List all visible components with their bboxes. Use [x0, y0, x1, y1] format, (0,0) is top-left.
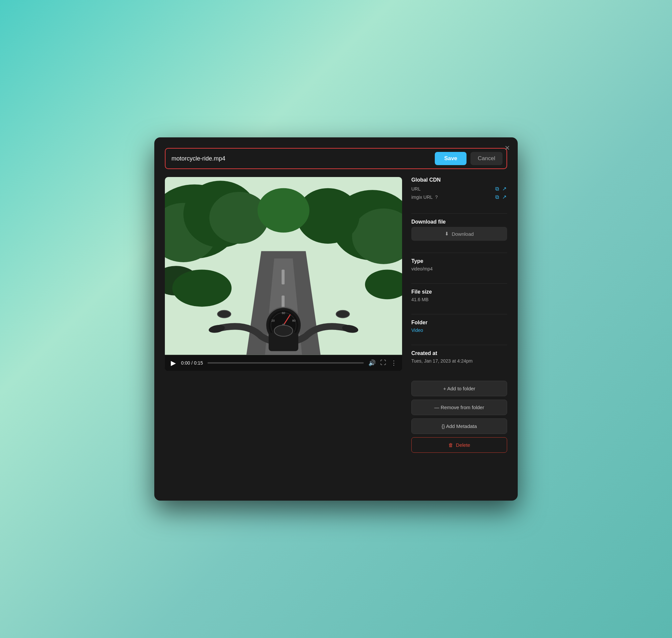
filesize-label: File size — [411, 289, 507, 295]
download-section-label: Download file — [411, 219, 507, 225]
copy-url-button[interactable]: ⧉ — [495, 185, 499, 192]
svg-text:80: 80 — [292, 319, 295, 322]
add-to-folder-button[interactable]: + Add to folder — [411, 381, 507, 396]
copy-imgix-button[interactable]: ⧉ — [495, 193, 499, 201]
url-row: URL ⧉ ↗ — [411, 185, 507, 192]
more-options-button[interactable]: ⋮ — [391, 359, 397, 367]
filesize-section: File size 41.6 MB — [411, 289, 507, 302]
svg-point-8 — [257, 188, 309, 233]
content-area: 20 80 60 mph 40 80 — [165, 177, 507, 453]
svg-text:20: 20 — [272, 319, 275, 322]
type-value: video/mp4 — [411, 266, 507, 271]
type-section: Type video/mp4 — [411, 258, 507, 271]
video-scene: 20 80 60 mph 40 80 — [165, 177, 402, 355]
download-icon: ⬇ — [445, 231, 449, 237]
sidebar: Global CDN URL ⧉ ↗ imgix URL ? ⧉ ↗ — [411, 177, 507, 453]
divider-4 — [411, 314, 507, 314]
created-value: Tues, Jan 17, 2023 at 4:24pm — [411, 358, 507, 364]
video-thumbnail: 20 80 60 mph 40 80 — [165, 177, 402, 355]
actions-group: + Add to folder — Remove from folder {} … — [411, 381, 507, 453]
divider-2 — [411, 253, 507, 253]
download-button[interactable]: ⬇ Download — [411, 227, 507, 241]
trash-icon: 🗑 — [448, 442, 453, 448]
divider-5 — [411, 345, 507, 345]
play-button[interactable]: ▶ — [170, 358, 177, 368]
created-label: Created at — [411, 350, 507, 356]
folder-link[interactable]: Video — [411, 328, 507, 333]
cancel-button[interactable]: Cancel — [471, 152, 503, 165]
delete-button[interactable]: 🗑 Delete — [411, 437, 507, 453]
close-button[interactable]: ✕ — [503, 143, 512, 153]
progress-bar[interactable] — [208, 362, 364, 364]
divider-1 — [411, 213, 507, 214]
url-label: URL — [411, 186, 421, 191]
imgix-url-row: imgix URL ? ⧉ ↗ — [411, 193, 507, 201]
video-controls: ▶ 0:00 / 0:15 🔊 ⛶ ⋮ — [165, 355, 402, 371]
cdn-section: Global CDN URL ⧉ ↗ imgix URL ? ⧉ ↗ — [411, 177, 507, 201]
download-section: Download file ⬇ Download — [411, 219, 507, 241]
svg-point-31 — [274, 325, 293, 336]
filesize-value: 41.6 MB — [411, 297, 507, 302]
remove-from-folder-button[interactable]: — Remove from folder — [411, 400, 507, 415]
cdn-label: Global CDN — [411, 177, 507, 183]
save-button[interactable]: Save — [435, 152, 466, 165]
svg-point-29 — [336, 310, 349, 318]
rename-bar: Save Cancel — [165, 148, 507, 169]
divider-3 — [411, 283, 507, 284]
svg-point-10 — [172, 269, 232, 306]
open-url-button[interactable]: ↗ — [502, 185, 507, 192]
filename-input[interactable] — [169, 154, 431, 164]
open-imgix-button[interactable]: ↗ — [502, 193, 507, 201]
imgix-url-actions: ⧉ ↗ — [495, 193, 507, 201]
created-section: Created at Tues, Jan 17, 2023 at 4:24pm — [411, 350, 507, 364]
type-label: Type — [411, 258, 507, 264]
volume-button[interactable]: 🔊 — [368, 359, 376, 367]
imgix-label: imgix URL ? — [411, 195, 438, 200]
file-detail-modal: ✕ Save Cancel — [154, 137, 518, 501]
svg-text:60: 60 — [282, 312, 285, 315]
imgix-help-icon: ? — [435, 195, 438, 200]
video-player: 20 80 60 mph 40 80 — [165, 177, 402, 371]
add-metadata-button[interactable]: {} Add Metadata — [411, 418, 507, 434]
time-display: 0:00 / 0:15 — [181, 360, 203, 366]
url-actions: ⧉ ↗ — [495, 185, 507, 192]
folder-section: Folder Video — [411, 320, 507, 333]
control-icons: 🔊 ⛶ ⋮ — [368, 359, 397, 367]
svg-point-28 — [217, 310, 231, 318]
fullscreen-button[interactable]: ⛶ — [380, 359, 386, 366]
folder-label: Folder — [411, 320, 507, 325]
svg-rect-11 — [281, 269, 284, 284]
